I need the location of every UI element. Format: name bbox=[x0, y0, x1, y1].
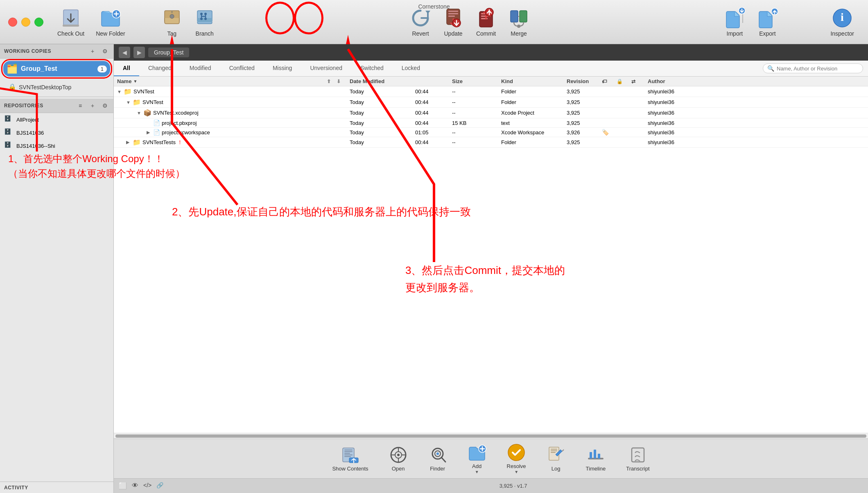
svg-rect-14 bbox=[448, 13, 458, 14]
revision-cell: 3,925 bbox=[563, 99, 600, 105]
col-date-header[interactable]: Date Modified bbox=[346, 78, 412, 84]
finder-button[interactable]: Finder bbox=[424, 444, 451, 473]
expand-icon[interactable]: ▶ bbox=[147, 130, 153, 135]
svg-rect-54 bbox=[594, 450, 596, 459]
expand-icon[interactable]: ▶ bbox=[126, 140, 133, 145]
update-icon bbox=[443, 7, 464, 29]
tab-locked[interactable]: Locked bbox=[393, 61, 429, 76]
tag-label: Tag bbox=[167, 30, 176, 37]
col-tags-header: 🏷 bbox=[600, 79, 615, 84]
tag-button[interactable]: Tag bbox=[156, 5, 188, 39]
sidebar-toggle-icon[interactable]: ⬜ bbox=[119, 482, 127, 490]
link-icon[interactable]: 🔗 bbox=[156, 482, 163, 490]
timeline-button[interactable]: Timeline bbox=[582, 444, 610, 473]
expand-icon[interactable]: ▼ bbox=[137, 111, 143, 115]
open-button[interactable]: Open bbox=[385, 444, 412, 473]
svg-rect-48 bbox=[551, 449, 557, 450]
col-author-header[interactable]: Author bbox=[644, 78, 868, 84]
close-button[interactable] bbox=[8, 18, 17, 27]
repo-all-project[interactable]: 🗄️ AllProject bbox=[0, 113, 113, 126]
add-working-copy-button[interactable]: + bbox=[88, 47, 97, 56]
timeline-label: Timeline bbox=[586, 466, 606, 472]
repositories-title: REPOSITORIES bbox=[4, 103, 43, 109]
repo-list-button[interactable]: ≡ bbox=[76, 101, 85, 110]
resolve-label: Resolve bbox=[507, 463, 526, 469]
finder-icon bbox=[428, 446, 447, 464]
transcript-button[interactable]: Transcript bbox=[622, 444, 653, 473]
tab-changed[interactable]: Changed bbox=[139, 61, 181, 76]
expand-icon[interactable]: ▼ bbox=[117, 89, 124, 94]
horizontal-scrollbar[interactable] bbox=[114, 433, 868, 439]
maximize-button[interactable] bbox=[34, 18, 43, 27]
new-folder-button[interactable]: New Folder bbox=[90, 5, 131, 39]
table-row[interactable]: ▶ 📄 project.xcworkspace Today 01:05 -- X… bbox=[114, 128, 868, 137]
revision-cell: 3,926 bbox=[563, 129, 600, 136]
expand-icon[interactable]: ▼ bbox=[126, 100, 133, 105]
col-revision-header[interactable]: Revision bbox=[563, 78, 600, 84]
table-row[interactable]: ▶ 📁 SVNTestTests ！ Today 00:44 -- Folder… bbox=[114, 137, 868, 148]
lock-icon: 🔒 bbox=[8, 83, 16, 91]
resolve-button[interactable]: Resolve ▼ bbox=[503, 441, 530, 476]
search-box: 🔍 bbox=[763, 63, 863, 73]
svg-point-8 bbox=[200, 13, 203, 15]
add-repo-button[interactable]: + bbox=[88, 101, 97, 110]
col-name-header[interactable]: Name ▼ bbox=[114, 78, 327, 84]
svg-point-4 bbox=[170, 14, 174, 18]
commit-button[interactable]: Commit bbox=[470, 5, 502, 39]
date-cell: Today bbox=[346, 120, 412, 126]
minimize-button[interactable] bbox=[21, 18, 30, 27]
inspector-button[interactable]: i Inspector bbox=[825, 5, 860, 39]
revision-cell: 3,925 bbox=[563, 88, 600, 95]
merge-icon bbox=[508, 7, 529, 29]
tab-missing[interactable]: Missing bbox=[264, 61, 301, 76]
date-cell: Today bbox=[346, 99, 412, 105]
checkout-button[interactable]: Check Out bbox=[52, 5, 90, 39]
tab-conflicted[interactable]: Conflicted bbox=[220, 61, 264, 76]
add-button[interactable]: Add ▼ bbox=[463, 441, 491, 476]
revert-label: Revert bbox=[412, 30, 429, 37]
table-row[interactable]: ▼ 📁 SVNTest Today 00:44 -- Folder 3,925 bbox=[114, 97, 868, 108]
checkout-icon bbox=[60, 7, 81, 29]
repo-settings-button[interactable]: ⚙ bbox=[100, 101, 109, 110]
table-row[interactable]: ▼ 📁 SVNTest Today 00:44 -- Folder 3,925 bbox=[114, 86, 868, 97]
repo-bjs141036-label: BJS141036 bbox=[16, 130, 44, 136]
folder-icon: 📁 bbox=[124, 88, 132, 95]
update-button[interactable]: Update bbox=[437, 5, 470, 39]
resolve-icon bbox=[507, 443, 526, 462]
table-row[interactable]: ▼ 📦 SVNTest.xcodeproj Today 00:44 -- Xco… bbox=[114, 108, 868, 118]
col-size-header[interactable]: Size bbox=[449, 78, 490, 84]
export-button[interactable]: Export bbox=[751, 5, 784, 39]
forward-button[interactable]: ▶ bbox=[133, 47, 145, 58]
inspector-label: Inspector bbox=[830, 30, 854, 37]
tab-all[interactable]: All bbox=[114, 61, 139, 76]
back-button[interactable]: ◀ bbox=[119, 47, 130, 58]
log-button[interactable]: Log bbox=[542, 444, 570, 473]
svg-rect-53 bbox=[590, 452, 592, 459]
import-button[interactable]: Import bbox=[718, 5, 751, 39]
show-contents-button[interactable]: Show Contents bbox=[328, 444, 372, 473]
titlebar: Cornerstone Check Out New bbox=[0, 0, 868, 44]
svg-rect-23 bbox=[520, 11, 527, 22]
merge-button[interactable]: Merge bbox=[502, 5, 535, 39]
working-copy-group-test[interactable]: 🗂️ Group_Test 1 bbox=[3, 61, 110, 77]
merge-label: Merge bbox=[511, 30, 527, 37]
tab-switched[interactable]: Switched bbox=[351, 61, 393, 76]
tab-modified[interactable]: Modified bbox=[181, 61, 220, 76]
revert-button[interactable]: Revert bbox=[404, 5, 437, 39]
eye-icon[interactable]: 👁 bbox=[132, 482, 138, 490]
branch-icon bbox=[194, 7, 215, 29]
tab-unversioned[interactable]: Unversioned bbox=[301, 61, 351, 76]
code-icon[interactable]: </> bbox=[143, 482, 151, 490]
kind-cell: text bbox=[498, 120, 563, 126]
repo-bjs141036[interactable]: 🗄️ BJS141036 bbox=[0, 126, 113, 139]
log-label: Log bbox=[552, 466, 561, 472]
table-row[interactable]: ▶ 📄 project.pbxproj Today 00:44 15 KB te… bbox=[114, 118, 868, 128]
working-copy-svn-test[interactable]: 🔒 SVNTestDesktopTop bbox=[4, 81, 109, 93]
repo-bjs141036-shi[interactable]: 🗄️ BJS141036--Shi bbox=[0, 139, 113, 152]
bottom-toolbar: Show Contents Open bbox=[114, 439, 868, 478]
branch-button[interactable]: Branch bbox=[188, 5, 221, 39]
col-lock-header: 🔒 bbox=[615, 79, 630, 84]
col-kind-header[interactable]: Kind bbox=[498, 78, 563, 84]
working-copies-settings-button[interactable]: ⚙ bbox=[100, 47, 109, 56]
search-input[interactable] bbox=[777, 66, 859, 72]
